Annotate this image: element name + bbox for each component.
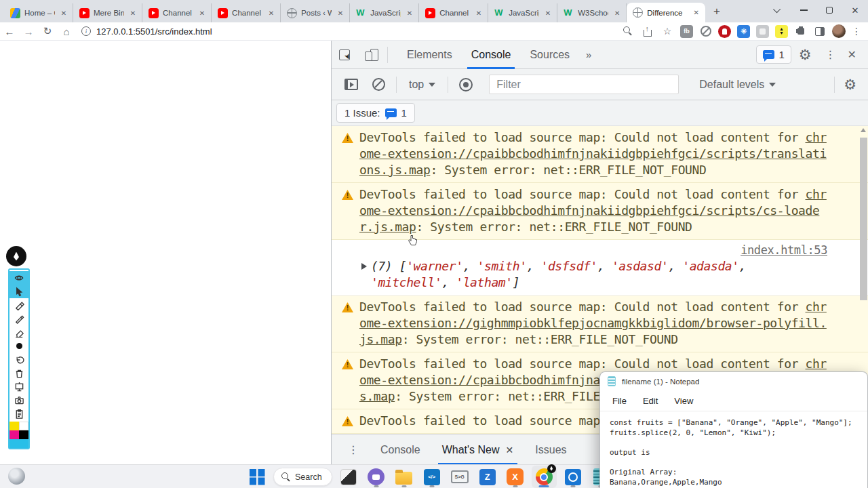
taskbar-app-chrome[interactable] <box>532 466 557 488</box>
taskbar-app-zoomit[interactable]: Z <box>476 466 499 488</box>
expand-caret-icon[interactable] <box>361 263 367 270</box>
side-panel-icon[interactable] <box>813 25 826 38</box>
menu-kebab-icon[interactable]: ⋮ <box>852 26 861 37</box>
drawer-tab-console[interactable]: Console <box>370 435 431 465</box>
epicpen-eraser-icon[interactable] <box>9 325 28 339</box>
drawer-tab-what-s-new[interactable]: What's New✕ <box>431 435 525 465</box>
taskbar-app-chat[interactable] <box>365 466 388 488</box>
live-expression-eye-icon[interactable] <box>459 78 473 92</box>
start-button[interactable] <box>245 466 269 488</box>
tab-close-icon[interactable]: ✕ <box>612 9 622 18</box>
console-settings-gear-icon[interactable]: ⚙ <box>837 77 863 93</box>
scrollbar-up-icon[interactable] <box>861 128 866 132</box>
taskbar-app-explorer[interactable] <box>393 466 416 488</box>
epicpen-trash-icon[interactable] <box>9 366 28 380</box>
taskbar-app-xampp[interactable]: X <box>504 466 527 488</box>
console-filter-input[interactable] <box>489 75 679 94</box>
epicpen-whiteboard-icon[interactable] <box>9 380 28 393</box>
scrollbar-thumb[interactable] <box>860 138 867 300</box>
taskbar-search[interactable]: Search <box>273 468 332 486</box>
epicpen-highlighter-icon[interactable] <box>9 298 28 312</box>
profile-avatar[interactable] <box>832 24 846 38</box>
browser-tab[interactable]: Channel co✕ <box>212 3 281 22</box>
tab-close-icon[interactable]: ✕ <box>267 9 276 18</box>
extension-diamond[interactable] <box>775 25 788 38</box>
tab-sources[interactable]: Sources <box>520 41 579 69</box>
window-minimize-button[interactable] <box>791 0 816 20</box>
epicpen-eye-icon[interactable] <box>9 271 28 285</box>
console-sidebar-toggle-icon[interactable] <box>344 79 358 90</box>
drawer-tab-issues[interactable]: Issues <box>524 435 577 465</box>
extension-adblock[interactable] <box>718 25 731 38</box>
tab-close-icon[interactable]: ✕ <box>336 9 345 18</box>
home-icon[interactable]: ⌂ <box>57 26 76 37</box>
devtools-menu-kebab-icon[interactable]: ⋮ <box>819 48 842 61</box>
browser-tab[interactable]: W3Schools✕ <box>557 3 627 22</box>
extension-blocker[interactable] <box>699 25 712 38</box>
notepad-title-bar[interactable]: filename (1) - Notepad <box>600 372 867 390</box>
device-toolbar-icon[interactable] <box>359 41 384 68</box>
clear-console-icon[interactable] <box>372 78 385 91</box>
zoom-icon[interactable] <box>621 24 635 38</box>
color-magenta[interactable] <box>9 430 19 439</box>
epicpen-pen-icon[interactable] <box>9 312 28 325</box>
url-text[interactable]: 127.0.0.1:5501/src/index.html <box>96 26 212 37</box>
browser-tab[interactable]: JavaScript A✕ <box>488 3 557 22</box>
new-tab-button[interactable]: + <box>708 3 726 20</box>
log-source-link[interactable]: index.html:53 <box>741 243 827 257</box>
tab-close-icon[interactable]: ✕ <box>474 9 484 18</box>
browser-tab[interactable]: Mere Bina✕ <box>73 3 142 22</box>
context-dropdown[interactable]: top <box>399 79 445 91</box>
forward-icon[interactable]: → <box>19 26 38 37</box>
issues-badge[interactable]: 1 <box>756 45 791 64</box>
tab-close-icon[interactable]: ✕ <box>197 9 207 18</box>
notepad-text-area[interactable]: const fruits = ["Banana", "Orange", "App… <box>600 411 867 487</box>
devtools-settings-gear-icon[interactable]: ⚙ <box>793 47 818 63</box>
taskbar-app-screentogif[interactable]: S>G <box>448 466 471 488</box>
notepad-menu-view[interactable]: View <box>666 393 701 409</box>
extension-fb[interactable]: fb <box>680 25 693 38</box>
epicpen-undo-icon[interactable] <box>9 352 28 366</box>
site-info-icon[interactable]: i <box>81 26 91 36</box>
drawer-tab-close-icon[interactable]: ✕ <box>506 445 514 455</box>
tab-elements[interactable]: Elements <box>397 41 462 69</box>
extensions-puzzle-icon[interactable] <box>794 25 807 38</box>
back-icon[interactable]: ← <box>0 26 19 37</box>
extension-faded[interactable] <box>756 25 769 38</box>
url-zone[interactable]: i 127.0.0.1:5501/src/index.html <box>81 26 621 37</box>
bookmark-star-icon[interactable]: ☆ <box>660 24 674 38</box>
window-menu-chevron-icon[interactable] <box>765 0 791 20</box>
epicpen-screenshot-icon[interactable] <box>9 393 28 407</box>
tab-close-icon[interactable]: ✕ <box>59 9 68 18</box>
epicpen-clipboard-icon[interactable] <box>9 407 28 420</box>
color-yellow[interactable] <box>9 422 19 430</box>
epicpen-dot-icon[interactable] <box>9 339 28 352</box>
reload-icon[interactable]: ↻ <box>38 25 57 37</box>
browser-tab[interactable]: Channel an✕ <box>142 3 212 22</box>
log-levels-dropdown[interactable]: Default levels <box>690 79 785 91</box>
taskbar-app-widgets[interactable] <box>337 466 360 488</box>
window-maximize-button[interactable] <box>816 0 842 20</box>
browser-tab[interactable]: Posts ‹ Wel✕ <box>281 3 350 22</box>
notepad-menu-edit[interactable]: Edit <box>635 393 666 409</box>
browser-tab[interactable]: Difference✕ <box>627 3 705 22</box>
browser-tab[interactable]: JavaScript F✕ <box>350 3 419 22</box>
taskbar-app-vscode[interactable]: </> <box>420 466 443 488</box>
weather-widget-icon[interactable] <box>8 468 25 485</box>
tab-close-icon[interactable]: ✕ <box>405 9 414 18</box>
share-icon[interactable] <box>641 24 654 38</box>
color-cyan[interactable] <box>9 439 28 448</box>
tab-console[interactable]: Console <box>462 41 521 69</box>
epicpen-cursor-icon[interactable] <box>9 285 28 298</box>
tab-close-icon[interactable]: ✕ <box>543 9 553 18</box>
browser-tab[interactable]: Home – Go✕ <box>4 3 73 22</box>
window-close-button[interactable]: ✕ <box>842 0 868 20</box>
drawer-menu-kebab-icon[interactable]: ⋮ <box>332 443 370 456</box>
inspect-element-icon[interactable] <box>332 41 359 68</box>
color-white[interactable] <box>19 422 28 430</box>
issue-chip[interactable]: 1 Issue: 1 <box>336 103 415 123</box>
browser-tab[interactable]: Channel an✕ <box>419 3 488 22</box>
tab-close-icon[interactable]: ✕ <box>128 9 138 18</box>
notepad-menu-file[interactable]: File <box>604 393 635 409</box>
more-tabs-icon[interactable]: » <box>579 49 598 60</box>
